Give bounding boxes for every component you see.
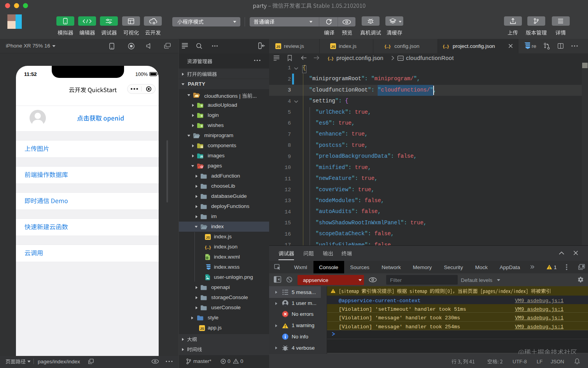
svg-text:JS: JS (206, 235, 210, 239)
svg-text:JS: JS (276, 44, 280, 48)
svg-text:{..}: {..} (328, 56, 334, 61)
svg-text:{..}: {..} (385, 44, 391, 48)
svg-text:{..}: {..} (443, 44, 449, 48)
svg-text:{..}: {..} (205, 245, 211, 249)
svg-text:JS: JS (331, 44, 335, 48)
svg-text:JS: JS (200, 326, 204, 330)
